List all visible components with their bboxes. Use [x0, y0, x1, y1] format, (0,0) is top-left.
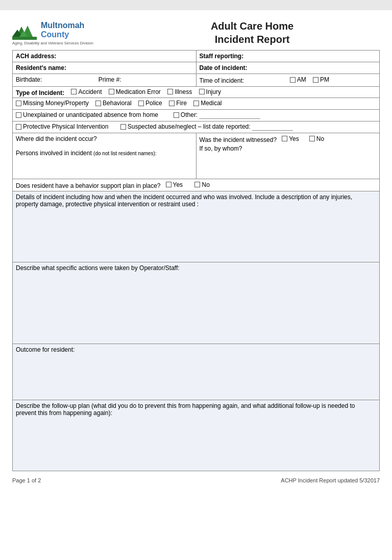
residents-name-label: Resident's name:	[16, 64, 66, 71]
yes-behavior-checkbox-item: Yes	[166, 181, 183, 188]
incident-type-cell2: Missing Money/Property Behavioral Police…	[13, 98, 380, 110]
police-label: Police	[145, 100, 162, 107]
injury-label: Injury	[206, 88, 221, 95]
time-of-incident-label: Time of incident:	[200, 77, 244, 84]
row-followup: Describe the follow-up plan (what did yo…	[13, 400, 380, 471]
details-cell: Details of incident including how and wh…	[13, 191, 380, 262]
pm-checkbox[interactable]	[313, 77, 318, 83]
residents-name-input[interactable]	[68, 64, 183, 71]
followup-label: Describe the follow-up plan (what did yo…	[16, 402, 376, 417]
behavior-support-cell: Does resident have a behavior support pl…	[13, 179, 380, 191]
medical-label: Medical	[201, 100, 222, 107]
am-label: AM	[297, 76, 306, 83]
persons-involved-sub: (do not list resident names):	[93, 151, 156, 156]
medication-error-checkbox[interactable]	[109, 89, 114, 94]
logo-subtitle: Aging, Disability and Veterans Services …	[12, 41, 93, 45]
fire-label: Fire	[176, 100, 187, 107]
staff-reporting-label: Staff reporting:	[200, 53, 244, 60]
prime-label: Prime #:	[99, 76, 121, 83]
other-checkbox[interactable]	[174, 112, 179, 118]
yes-witnessed-checkbox[interactable]	[282, 136, 287, 141]
medication-error-checkbox-item: Medication Error	[109, 88, 161, 95]
witnessed-cell: Was the incident witnessed? Yes No If so…	[196, 133, 380, 179]
details-label: Details of incident including how and wh…	[16, 193, 376, 208]
am-checkbox[interactable]	[290, 77, 296, 83]
no-behavior-checkbox-item: No	[194, 181, 209, 188]
illness-label: Illness	[175, 88, 192, 95]
incident-type-cell4: Protective Physical Intervention Suspect…	[13, 121, 380, 133]
suspected-date-input[interactable]	[252, 123, 293, 131]
suspected-label: Suspected abuse/neglect – list date repo…	[128, 123, 251, 130]
pm-checkbox-item: PM	[313, 76, 329, 83]
fire-checkbox[interactable]	[169, 101, 175, 106]
ach-address-input[interactable]	[58, 53, 182, 60]
followup-cell: Describe the follow-up plan (what did yo…	[13, 400, 380, 471]
yes-behavior-checkbox[interactable]	[166, 182, 172, 187]
no-behavior-label: No	[202, 181, 209, 188]
prime-input[interactable]	[123, 76, 167, 83]
protective-checkbox[interactable]	[16, 124, 21, 130]
outcome-textarea[interactable]	[16, 355, 376, 396]
missing-money-checkbox[interactable]	[16, 101, 21, 106]
suspected-checkbox-item: Suspected abuse/neglect – list date repo…	[120, 123, 293, 131]
followup-textarea[interactable]	[16, 419, 376, 467]
birthdate-cell: Birthdate: Prime #:	[13, 74, 197, 87]
page-label: Page 1 of 2	[12, 477, 41, 483]
illness-checkbox[interactable]	[167, 89, 173, 94]
fire-checkbox-item: Fire	[169, 100, 187, 107]
logo-image: Multnomah County	[12, 20, 84, 40]
other-input[interactable]	[199, 111, 260, 119]
medical-checkbox-item: Medical	[193, 100, 222, 107]
no-witnessed-checkbox-item: No	[309, 135, 324, 142]
details-textarea[interactable]	[16, 210, 376, 258]
row-details: Details of incident including how and wh…	[13, 191, 380, 262]
birthdate-input[interactable]	[44, 76, 93, 83]
yes-witnessed-label: Yes	[289, 135, 299, 142]
protective-label: Protective Physical Intervention	[23, 123, 108, 130]
pm-label: PM	[320, 76, 329, 83]
staff-reporting-cell: Staff reporting:	[196, 51, 380, 62]
staff-reporting-input[interactable]	[246, 53, 360, 60]
time-of-incident-input[interactable]	[246, 77, 284, 84]
title-area: Adult Care Home Incident Report	[125, 19, 380, 46]
medication-error-label: Medication Error	[116, 88, 161, 95]
type-of-incident-label: Type of Incident:	[16, 89, 64, 96]
behavioral-label: Behavioral	[103, 100, 132, 107]
date-of-incident-input[interactable]	[249, 64, 355, 71]
date-of-incident-cell: Date of incident:	[196, 62, 380, 74]
police-checkbox[interactable]	[138, 101, 144, 106]
injury-checkbox[interactable]	[199, 89, 205, 94]
accident-checkbox[interactable]	[71, 89, 77, 94]
behavioral-checkbox-item: Behavioral	[95, 100, 132, 107]
residents-name-cell: Resident's name:	[13, 62, 197, 74]
row-incident-type2: Missing Money/Property Behavioral Police…	[13, 98, 380, 110]
unexplained-label: Unexplained or unanticipated absence fro…	[23, 111, 158, 118]
svg-rect-4	[12, 37, 37, 40]
witnessed-label: Was the incident witnessed?	[200, 136, 277, 143]
row-birthdate-time: Birthdate: Prime #: Time of incident: AM…	[13, 74, 380, 87]
row-actions: Describe what specific actions were take…	[13, 262, 380, 344]
logo-area: Multnomah County Aging, Disability and V…	[12, 20, 125, 45]
other-label: Other:	[181, 111, 198, 118]
date-of-incident-label: Date of incident:	[200, 64, 248, 71]
suspected-checkbox[interactable]	[120, 124, 126, 130]
row-outcome: Outcome for resident:	[13, 344, 380, 400]
no-witnessed-checkbox[interactable]	[309, 136, 315, 141]
outcome-label: Outcome for resident:	[16, 346, 376, 353]
actions-label: Describe what specific actions were take…	[16, 264, 376, 272]
unexplained-checkbox[interactable]	[16, 112, 21, 118]
medical-checkbox[interactable]	[193, 101, 199, 106]
where-incident-label: Where did the incident occur?	[16, 135, 193, 142]
footer: Page 1 of 2 ACHP Incident Report updated…	[12, 477, 380, 483]
birthdate-label: Birthdate:	[16, 76, 42, 83]
protective-checkbox-item: Protective Physical Intervention	[16, 123, 108, 130]
behavioral-checkbox[interactable]	[95, 101, 101, 106]
witnessed-label-container: Was the incident witnessed? Yes No	[200, 135, 377, 143]
row-incident-type1: Type of Incident: Accident Medication Er…	[13, 86, 380, 98]
actions-cell: Describe what specific actions were take…	[13, 262, 380, 344]
actions-textarea[interactable]	[16, 274, 376, 340]
incident-type-cell1: Type of Incident: Accident Medication Er…	[13, 86, 380, 98]
report-title: Adult Care Home Incident Report	[125, 19, 380, 46]
no-behavior-checkbox[interactable]	[194, 182, 200, 187]
page: Multnomah County Aging, Disability and V…	[0, 10, 392, 560]
